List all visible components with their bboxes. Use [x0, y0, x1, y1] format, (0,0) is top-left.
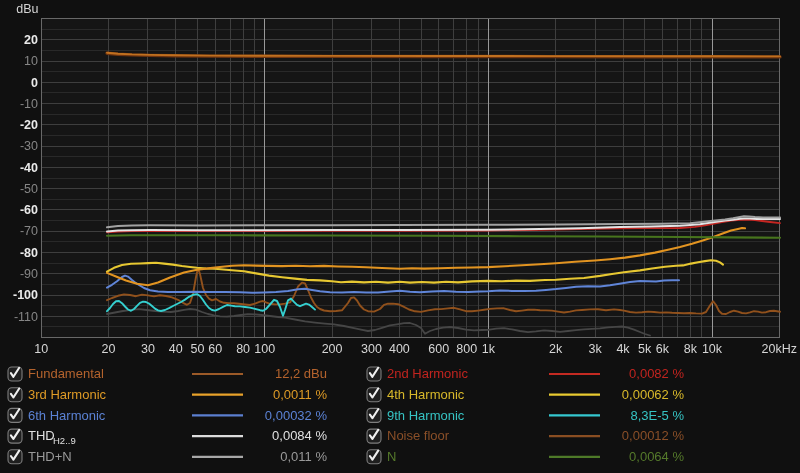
- svg-text:100: 100: [254, 342, 275, 356]
- svg-text:1k: 1k: [482, 342, 496, 356]
- svg-text:8,3E-5 %: 8,3E-5 %: [631, 408, 685, 423]
- svg-text:-70: -70: [20, 224, 38, 238]
- svg-text:4k: 4k: [616, 342, 630, 356]
- svg-text:50: 50: [191, 342, 205, 356]
- svg-text:-100: -100: [13, 288, 38, 302]
- svg-text:10k: 10k: [702, 342, 723, 356]
- svg-text:8k: 8k: [684, 342, 698, 356]
- svg-text:-60: -60: [20, 203, 38, 217]
- svg-text:10: 10: [34, 342, 48, 356]
- svg-text:6k: 6k: [656, 342, 670, 356]
- svg-text:0,0064 %: 0,0064 %: [629, 449, 684, 464]
- svg-text:20: 20: [102, 342, 116, 356]
- svg-text:N: N: [387, 449, 396, 464]
- svg-text:80: 80: [236, 342, 250, 356]
- svg-text:3k: 3k: [588, 342, 602, 356]
- svg-text:-80: -80: [20, 246, 38, 260]
- svg-text:0: 0: [31, 76, 38, 90]
- svg-text:12,2 dBu: 12,2 dBu: [275, 366, 327, 381]
- svg-text:200: 200: [322, 342, 343, 356]
- svg-text:-30: -30: [20, 139, 38, 153]
- svg-text:800: 800: [456, 342, 477, 356]
- svg-text:30: 30: [141, 342, 155, 356]
- svg-text:THD+N: THD+N: [28, 449, 72, 464]
- svg-text:9th Harmonic: 9th Harmonic: [387, 408, 465, 423]
- svg-text:3rd Harmonic: 3rd Harmonic: [28, 387, 107, 402]
- svg-text:0,00012 %: 0,00012 %: [622, 428, 685, 443]
- svg-text:0,0011 %: 0,0011 %: [273, 387, 327, 402]
- svg-text:-40: -40: [20, 161, 38, 175]
- svg-text:0,011 %: 0,011 %: [280, 449, 327, 464]
- svg-text:400: 400: [389, 342, 410, 356]
- svg-text:0,00062 %: 0,00062 %: [622, 387, 685, 402]
- svg-text:20: 20: [24, 33, 38, 47]
- svg-text:60: 60: [208, 342, 222, 356]
- svg-text:-90: -90: [20, 267, 38, 281]
- svg-text:-10: -10: [20, 97, 38, 111]
- svg-text:2k: 2k: [549, 342, 563, 356]
- svg-text:20kHz: 20kHz: [762, 342, 797, 356]
- svg-text:600: 600: [428, 342, 449, 356]
- svg-text:Noise floor: Noise floor: [387, 428, 450, 443]
- svg-text:dBu: dBu: [16, 2, 38, 16]
- svg-text:10: 10: [24, 54, 38, 68]
- svg-text:5k: 5k: [638, 342, 652, 356]
- svg-text:0,0084 %: 0,0084 %: [272, 428, 327, 443]
- svg-text:H2..9: H2..9: [53, 435, 76, 446]
- svg-text:Fundamental: Fundamental: [28, 366, 104, 381]
- svg-text:-110: -110: [14, 310, 38, 324]
- svg-text:THD: THD: [28, 428, 55, 443]
- svg-text:4th Harmonic: 4th Harmonic: [387, 387, 465, 402]
- svg-text:-50: -50: [20, 182, 38, 196]
- svg-text:300: 300: [361, 342, 382, 356]
- svg-text:6th Harmonic: 6th Harmonic: [28, 408, 106, 423]
- svg-text:40: 40: [169, 342, 183, 356]
- svg-text:0,00032 %: 0,00032 %: [265, 408, 328, 423]
- svg-text:0,0082 %: 0,0082 %: [629, 366, 684, 381]
- svg-text:2nd Harmonic: 2nd Harmonic: [387, 366, 468, 381]
- svg-text:-20: -20: [20, 118, 38, 132]
